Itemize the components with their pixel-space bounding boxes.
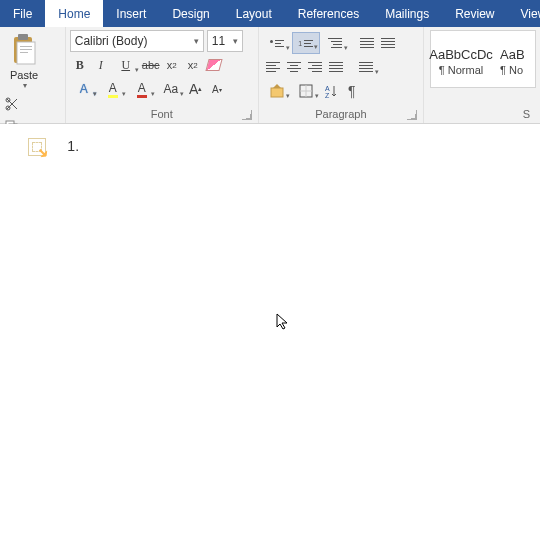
autoformat-options-icon[interactable] [28,138,46,156]
shading-button[interactable]: ▾ [263,80,291,102]
svg-text:Z: Z [325,92,330,98]
tab-design[interactable]: Design [159,0,222,27]
italic-button[interactable]: I [91,54,111,76]
font-color-button[interactable]: A▾ [128,78,156,100]
grow-font-button[interactable]: A▴ [186,78,206,100]
document-area[interactable]: 1. [0,124,540,560]
style-name: ¶ Normal [439,64,483,76]
svg-rect-4 [20,49,32,50]
decrease-indent-button[interactable] [357,32,377,54]
group-styles: AaBbCcDc ¶ Normal AaB ¶ No S [424,27,540,123]
sort-button[interactable]: AZ [321,80,341,102]
tab-layout[interactable]: Layout [223,0,285,27]
style-name: ¶ No [500,64,523,76]
paste-label: Paste [10,69,38,81]
strikethrough-button[interactable]: abc [141,54,161,76]
dialog-launcher-icon[interactable] [242,110,252,120]
group-font: Calibri (Body) ▾ 11 ▾ B I U▾ abc x2 x2 A… [66,27,259,123]
tab-file[interactable]: File [0,0,45,27]
multilevel-list-button[interactable]: ▾ [321,32,349,54]
font-size-combo[interactable]: 11 ▾ [207,30,243,52]
borders-button[interactable]: ▾ [292,80,320,102]
font-name-combo[interactable]: Calibri (Body) ▾ [70,30,204,52]
numbering-button[interactable]: 1▾ [292,32,320,54]
tab-insert[interactable]: Insert [103,0,159,27]
line-spacing-button[interactable]: ▾ [352,56,380,78]
shrink-font-button[interactable]: A▾ [207,78,227,100]
ribbon-tab-bar: File Home Insert Design Layout Reference… [0,0,540,27]
paste-button[interactable]: Paste ▾ [4,30,44,90]
paste-icon [10,34,38,66]
eraser-icon [205,59,222,71]
svg-rect-3 [20,46,32,47]
group-label-paragraph: Paragraph [263,106,419,123]
chevron-down-icon: ▾ [233,36,238,46]
svg-rect-1 [18,34,28,40]
chevron-down-icon: ▾ [23,81,27,90]
svg-rect-5 [20,52,28,53]
superscript-button[interactable]: x2 [183,54,203,76]
list-item-marker: 1. [67,138,79,154]
cut-button[interactable] [4,96,22,114]
highlight-button[interactable]: A▾ [99,78,127,100]
font-name-value: Calibri (Body) [75,34,148,48]
svg-rect-12 [271,88,283,97]
subscript-button[interactable]: x2 [162,54,182,76]
chevron-down-icon: ▾ [194,36,199,46]
mouse-cursor-icon [276,313,290,331]
bold-button[interactable]: B [70,54,90,76]
style-sample: AaBbCcDc [429,47,493,62]
tab-review[interactable]: Review [442,0,507,27]
svg-text:A: A [325,85,330,92]
tab-mailings[interactable]: Mailings [372,0,442,27]
group-label-font: Font [70,106,254,123]
style-normal[interactable]: AaBbCcDc ¶ Normal [431,35,491,87]
increase-indent-button[interactable] [378,32,398,54]
show-hide-button[interactable]: ¶ [342,80,362,102]
align-right-button[interactable] [305,56,325,78]
style-sample: AaB [500,47,525,62]
group-clipboard: Paste ▾ Clipboard [0,27,66,123]
style-no-spacing[interactable]: AaB ¶ No [495,35,529,87]
dialog-launcher-icon[interactable] [407,110,417,120]
align-center-button[interactable] [284,56,304,78]
group-paragraph: ▾ 1▾ ▾ ▾ ▾ ▾ AZ ¶ Par [259,27,424,123]
bullets-button[interactable]: ▾ [263,32,291,54]
ribbon: Paste ▾ Clipboard [0,27,540,124]
text-effects-button[interactable]: A▾ [70,78,98,100]
align-left-button[interactable] [263,56,283,78]
change-case-button[interactable]: Aa▾ [157,78,185,100]
tab-references[interactable]: References [285,0,372,27]
font-size-value: 11 [212,34,225,48]
justify-button[interactable] [326,56,346,78]
tab-home[interactable]: Home [45,0,103,27]
group-label-styles: S [430,106,536,123]
tab-view[interactable]: View [508,0,540,27]
clear-formatting-button[interactable] [204,54,224,76]
underline-button[interactable]: U▾ [112,54,140,76]
